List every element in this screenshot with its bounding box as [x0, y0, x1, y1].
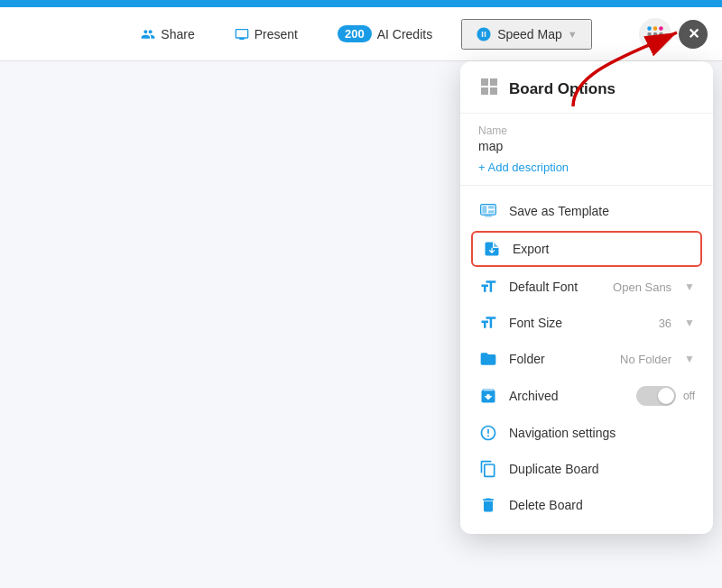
toggle-knob: [658, 388, 674, 404]
avatar-dots-button[interactable]: [639, 18, 671, 51]
duplicate-icon: [478, 460, 498, 478]
present-label: Present: [255, 27, 298, 41]
archived-item[interactable]: Archived off: [460, 377, 713, 415]
present-button[interactable]: Present: [224, 22, 309, 47]
svg-point-4: [653, 32, 658, 36]
speed-map-label: Speed Map: [497, 27, 562, 41]
board-options-icon: [478, 76, 500, 102]
svg-rect-10: [488, 210, 495, 213]
font-icon: [478, 278, 498, 296]
toolbar-right: ✕: [639, 18, 708, 51]
speed-map-button[interactable]: Speed Map ▼: [461, 19, 592, 50]
dots-grid-icon: [645, 24, 665, 44]
folder-label: Folder: [509, 352, 609, 366]
svg-rect-11: [485, 215, 492, 217]
name-section: Name map: [460, 114, 713, 157]
svg-point-0: [647, 26, 652, 31]
archived-toggle[interactable]: [636, 386, 676, 406]
font-size-icon: [478, 314, 498, 332]
folder-item[interactable]: Folder No Folder ▼: [460, 341, 713, 377]
board-options-panel: Board Options Name map + Add description…: [460, 61, 713, 534]
ai-credits-badge: 200: [338, 25, 372, 42]
share-label: Share: [161, 27, 194, 41]
close-x-icon: ✕: [688, 25, 699, 42]
svg-rect-8: [482, 206, 486, 213]
default-font-label: Default Font: [509, 280, 602, 294]
save-template-item[interactable]: Save as Template: [460, 193, 713, 229]
panel-header: Board Options: [460, 61, 713, 114]
panel-title: Board Options: [509, 80, 616, 98]
svg-point-2: [659, 26, 663, 31]
name-label: Name: [478, 124, 695, 137]
speed-map-icon: [476, 26, 492, 42]
duplicate-board-item[interactable]: Duplicate Board: [460, 451, 713, 487]
duplicate-board-label: Duplicate Board: [509, 462, 695, 476]
svg-rect-9: [488, 206, 495, 208]
save-template-label: Save as Template: [509, 204, 695, 218]
navigation-settings-label: Navigation settings: [509, 426, 695, 440]
delete-board-item[interactable]: Delete Board: [460, 487, 713, 523]
font-size-value: 36: [659, 317, 671, 330]
navigation-icon: [478, 424, 498, 442]
speed-map-chevron: ▼: [568, 29, 578, 40]
present-icon: [235, 27, 249, 41]
navigation-settings-item[interactable]: Navigation settings: [460, 415, 713, 451]
share-button[interactable]: Share: [130, 22, 205, 47]
font-size-chevron: ▼: [684, 317, 695, 329]
folder-chevron: ▼: [684, 353, 695, 365]
template-icon: [478, 202, 498, 220]
trash-icon: [478, 496, 498, 514]
svg-point-1: [653, 26, 658, 31]
font-size-item[interactable]: Font Size 36 ▼: [460, 305, 713, 341]
share-icon: [141, 27, 155, 41]
add-description-link[interactable]: + Add description: [460, 157, 713, 178]
export-item[interactable]: Export: [471, 231, 702, 267]
svg-point-3: [647, 32, 652, 36]
archive-icon: [478, 387, 498, 405]
font-size-label: Font Size: [509, 316, 648, 330]
top-bar: [0, 0, 722, 7]
svg-point-5: [659, 32, 663, 36]
divider-1: [460, 185, 713, 186]
archived-toggle-container: off: [636, 386, 695, 406]
ai-credits-label: AI Credits: [377, 27, 432, 41]
folder-value: No Folder: [620, 353, 671, 366]
folder-icon: [478, 350, 498, 368]
ai-credits-button[interactable]: 200 AI Credits: [327, 20, 443, 48]
export-icon: [482, 240, 502, 258]
default-font-value: Open Sans: [613, 280, 671, 294]
toolbar: Share Present 200 AI Credits Speed Map ▼: [0, 7, 722, 61]
archived-toggle-label: off: [683, 390, 695, 402]
close-x-button[interactable]: ✕: [679, 20, 708, 49]
archived-label: Archived: [509, 389, 625, 403]
export-label: Export: [513, 242, 691, 256]
default-font-chevron: ▼: [684, 280, 695, 293]
delete-board-label: Delete Board: [509, 498, 695, 512]
name-value: map: [478, 139, 695, 153]
default-font-item[interactable]: Default Font Open Sans ▼: [460, 269, 713, 305]
